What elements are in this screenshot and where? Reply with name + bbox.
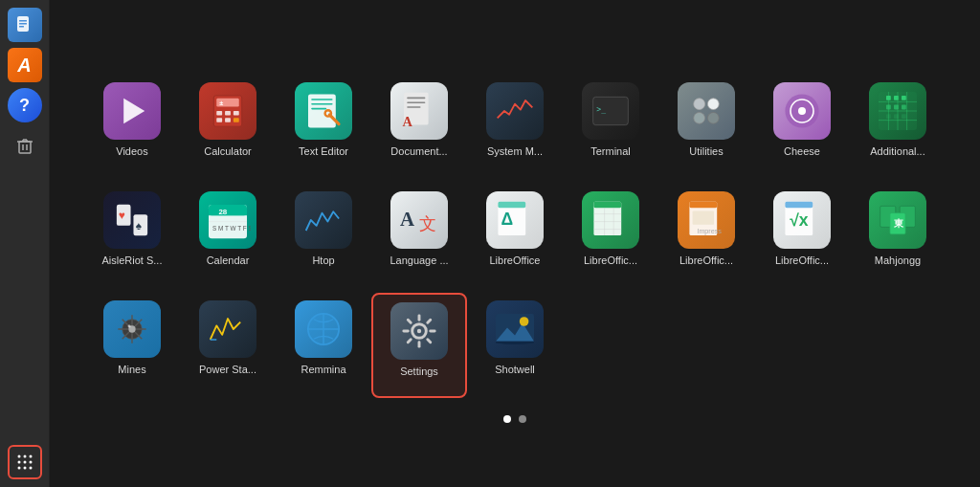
- svg-point-122: [520, 317, 529, 326]
- svg-rect-93: [785, 201, 813, 207]
- svg-text:♠: ♠: [136, 219, 142, 232]
- svg-point-11: [17, 455, 20, 458]
- texteditor-label: Text Editor: [299, 145, 348, 158]
- svg-rect-1: [19, 20, 27, 22]
- mahjongg-icon: 東: [869, 191, 926, 249]
- htop-icon: [295, 191, 352, 249]
- svg-line-117: [428, 339, 431, 342]
- svg-point-111: [417, 328, 421, 332]
- terminal-icon: >_: [582, 82, 639, 140]
- app-item-calendar[interactable]: 28 S M T W T F S Calendar: [180, 184, 276, 289]
- app-item-additional[interactable]: Additional...: [850, 75, 946, 180]
- app-item-videos[interactable]: Videos: [84, 75, 180, 180]
- mines-label: Mines: [118, 364, 145, 376]
- app-item-powerstat[interactable]: Power Sta...: [180, 293, 276, 398]
- svg-rect-28: [234, 118, 239, 122]
- libo-impress-label: LibreOffic...: [679, 255, 733, 267]
- svg-rect-82: [593, 201, 621, 207]
- svg-text:>_: >_: [596, 105, 606, 114]
- svg-point-18: [23, 467, 26, 470]
- svg-rect-33: [311, 107, 326, 109]
- svg-rect-38: [407, 101, 425, 103]
- videos-label: Videos: [116, 145, 147, 158]
- svg-rect-39: [407, 106, 420, 108]
- svg-point-45: [694, 112, 705, 123]
- svg-line-118: [428, 320, 431, 322]
- files-icon[interactable]: [8, 8, 42, 42]
- app-item-utilities[interactable]: Utilities: [658, 75, 754, 180]
- app-item-libreoffice[interactable]: Δ LibreOffice: [467, 184, 563, 289]
- additional-icon: [869, 82, 926, 140]
- svg-point-17: [17, 467, 20, 470]
- app-item-calculator[interactable]: ± Calculator: [180, 75, 276, 180]
- app-item-libo-calc[interactable]: LibreOffic...: [563, 184, 658, 289]
- app-item-texteditor[interactable]: Text Editor: [276, 75, 371, 180]
- settings-label: Settings: [400, 365, 438, 378]
- svg-text:S M T W T F S: S M T W T F S: [212, 225, 253, 232]
- language-label: Language ...: [390, 255, 448, 267]
- htop-label: Htop: [312, 255, 334, 267]
- texteditor-icon: [295, 82, 352, 140]
- app-item-libo-impress[interactable]: Impress LibreOffic...: [658, 184, 754, 289]
- svg-rect-72: [209, 210, 247, 215]
- svg-text:文: 文: [419, 213, 436, 232]
- svg-text:28: 28: [218, 207, 227, 215]
- svg-rect-90: [693, 210, 714, 224]
- svg-rect-89: [689, 201, 717, 207]
- app-item-aisleriot[interactable]: ♥ ♠ AisleRiot S...: [84, 184, 180, 289]
- svg-point-46: [707, 112, 719, 123]
- svg-rect-53: [902, 96, 906, 100]
- app-item-libo-writer[interactable]: √x LibreOffic...: [754, 184, 850, 289]
- svg-rect-59: [902, 114, 906, 119]
- app-item-docviewer[interactable]: A Document...: [371, 75, 467, 180]
- app-item-settings[interactable]: Settings: [371, 293, 467, 398]
- app-item-cheese[interactable]: Cheese: [754, 75, 850, 180]
- powerstat-icon: [199, 300, 256, 358]
- libreoffice-icon: Δ: [486, 191, 544, 249]
- page-dot-1[interactable]: [503, 415, 511, 423]
- svg-text:Δ: Δ: [501, 209, 514, 228]
- page-dot-2[interactable]: [519, 415, 526, 423]
- libo-writer-icon: √x: [773, 191, 831, 249]
- mines-icon: [103, 300, 161, 358]
- app-item-mines[interactable]: Mines: [84, 293, 180, 398]
- svg-text:A: A: [400, 208, 414, 230]
- svg-rect-24: [225, 111, 231, 115]
- app-item-sysmon[interactable]: System M...: [467, 75, 563, 180]
- svg-text:東: 東: [894, 218, 904, 229]
- app-item-htop[interactable]: Htop: [276, 184, 371, 289]
- app-item-remmina[interactable]: Remmina: [276, 293, 371, 398]
- cheese-label: Cheese: [784, 145, 820, 158]
- videos-icon: [103, 82, 161, 140]
- libreoffice-label: LibreOffice: [490, 255, 541, 267]
- libo-calc-icon: [582, 191, 639, 249]
- trash-icon[interactable]: [8, 128, 42, 163]
- app-item-terminal[interactable]: >_ Terminal: [563, 75, 658, 180]
- pagination: [503, 415, 526, 423]
- svg-text:Impress: Impress: [697, 227, 722, 235]
- apps-grid: Videos ± Calculator Text Editor A Docume…: [65, 65, 965, 408]
- software-center-icon[interactable]: A: [8, 48, 42, 82]
- libo-impress-icon: Impress: [678, 191, 735, 249]
- show-apps-button[interactable]: [8, 445, 42, 479]
- sidebar-bottom: [8, 445, 42, 479]
- svg-point-49: [798, 107, 806, 115]
- app-item-language[interactable]: A 文 Language ...: [371, 184, 467, 289]
- libo-writer-label: LibreOffic...: [775, 255, 829, 267]
- calculator-label: Calculator: [204, 145, 252, 158]
- utilities-label: Utilities: [689, 145, 723, 158]
- additional-label: Additional...: [870, 145, 924, 158]
- svg-text:♥: ♥: [119, 208, 125, 220]
- svg-point-16: [29, 461, 32, 464]
- sysmon-label: System M...: [487, 145, 543, 158]
- svg-rect-2: [19, 23, 27, 25]
- svg-point-105: [128, 324, 131, 327]
- sidebar: A ?: [0, 0, 50, 487]
- svg-text:√x: √x: [790, 210, 809, 230]
- svg-point-19: [29, 467, 32, 470]
- svg-point-43: [694, 98, 705, 109]
- shotwell-label: Shotwell: [495, 364, 535, 376]
- app-item-mahjongg[interactable]: 東 Mahjongg: [850, 184, 946, 289]
- help-icon[interactable]: ?: [8, 88, 42, 122]
- app-item-shotwell[interactable]: Shotwell: [467, 293, 563, 398]
